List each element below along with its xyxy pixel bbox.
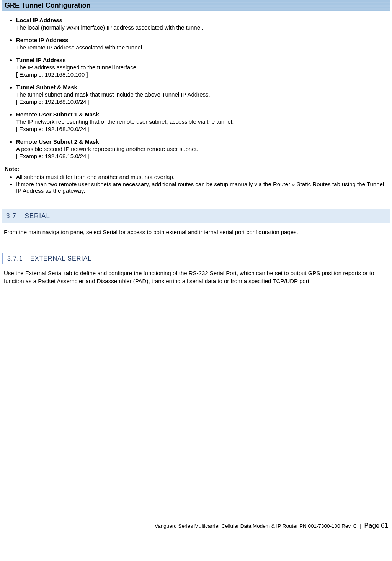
param-desc: The IP address assigned to the tunnel in… [16, 64, 390, 71]
heading-text: SERIAL [24, 212, 50, 220]
list-item: Remote User Subnet 1 & Mask The IP netwo… [16, 111, 390, 132]
subheading-text: EXTERNAL SERIAL [30, 255, 91, 262]
subheading-external-serial: 3.7.1 EXTERNAL SERIAL [2, 253, 390, 264]
footer-divider: | [360, 523, 361, 529]
list-item: All subnets must differ from one another… [16, 174, 390, 180]
param-title: Remote User Subnet 1 & Mask [16, 111, 99, 118]
note-text: If more than two remote user subnets are… [16, 181, 384, 194]
list-item: Remote User Subnet 2 & Mask A possible s… [16, 138, 390, 159]
list-item: Tunnel IP Address The IP address assigne… [16, 57, 390, 78]
param-desc: The IP network representing that of the … [16, 118, 390, 125]
footer-page-number: 61 [381, 522, 388, 529]
note-list: All subnets must differ from one another… [2, 174, 390, 194]
list-item: Local IP Address The local (normally WAN… [16, 17, 390, 31]
param-desc: The tunnel subnet and mask that must inc… [16, 91, 390, 98]
param-desc: The remote IP address associated with th… [16, 44, 390, 51]
note-text: All subnets must differ from one another… [16, 174, 175, 180]
body-paragraph: Use the External Serial tab to define an… [4, 269, 388, 285]
footer-doc-title: Vanguard Series Multicarrier Cellular Da… [155, 523, 357, 529]
list-item: Tunnel Subnet & Mask The tunnel subnet a… [16, 84, 390, 105]
list-item: If more than two remote user subnets are… [16, 181, 390, 194]
list-item: Remote IP Address The remote IP address … [16, 37, 390, 51]
body-paragraph: From the main navigation pane, select Se… [4, 228, 388, 236]
param-example: [ Example: 192.168.10.100 ] [16, 71, 390, 78]
section-banner-title: GRE Tunnel Configuration [5, 2, 91, 9]
document-page: GRE Tunnel Configuration Local IP Addres… [0, 0, 392, 536]
param-example: [ Example: 192.168.15.0/24 ] [16, 153, 390, 159]
subheading-number: 3.7.1 [7, 255, 23, 262]
section-banner: GRE Tunnel Configuration [2, 0, 390, 11]
param-title: Remote IP Address [16, 37, 69, 43]
param-title: Remote User Subnet 2 & Mask [16, 138, 99, 145]
note-label: Note: [5, 166, 390, 172]
param-example: [ Example: 192.168.20.0/24 ] [16, 126, 390, 132]
heading-serial: 3.7 SERIAL [2, 209, 390, 223]
param-desc: A possible second IP network representin… [16, 146, 390, 152]
parameter-list: Local IP Address The local (normally WAN… [2, 17, 390, 159]
param-title: Local IP Address [16, 17, 62, 23]
param-desc: The local (normally WAN interface) IP ad… [16, 24, 390, 31]
page-footer: Vanguard Series Multicarrier Cellular Da… [155, 522, 388, 530]
heading-number: 3.7 [6, 212, 16, 220]
footer-page-label: Page [364, 522, 380, 529]
param-example: [ Example: 192.168.10.0/24 ] [16, 98, 390, 105]
param-title: Tunnel Subnet & Mask [16, 84, 77, 90]
param-title: Tunnel IP Address [16, 57, 66, 63]
